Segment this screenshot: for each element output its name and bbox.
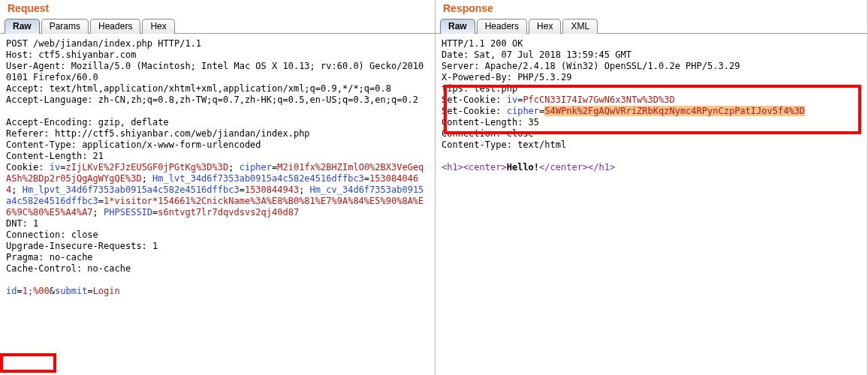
raw-line: Content-Type: text/html (442, 140, 861, 151)
raw-line: Referer: http://ctf5.shiyanbar.com/web/j… (6, 128, 429, 140)
tab-raw[interactable]: Raw (5, 19, 40, 34)
raw-line: Cookie: iv=zIjLKvE%2FJzEU5GF0jPGtKg%3D%3… (6, 162, 429, 218)
raw-line: id=1;%00&submit=Login (6, 286, 429, 297)
raw-line: X-Powered-By: PHP/5.3.29 (442, 72, 861, 83)
response-raw-content[interactable]: HTTP/1.1 200 OKDate: Sat, 07 Jul 2018 13… (436, 34, 867, 375)
tab-raw[interactable]: Raw (440, 19, 475, 34)
tab-hex[interactable]: Hex (142, 19, 174, 34)
raw-line: Content-Length: 21 (6, 151, 429, 162)
tab-xml[interactable]: XML (562, 19, 598, 34)
request-tabbar: RawParamsHeadersHex (0, 18, 435, 34)
raw-line: Accept: text/html,application/xhtml+xml,… (6, 83, 429, 94)
raw-line: Accept-Language: zh-CN,zh;q=0.8,zh-TW;q=… (6, 94, 429, 106)
raw-line: tips: test.php (442, 83, 861, 94)
raw-line: HTTP/1.1 200 OK (442, 38, 861, 50)
http-inspector: Request RawParamsHeadersHex POST /web/ji… (0, 0, 868, 375)
tab-headers[interactable]: Headers (477, 19, 527, 34)
raw-line: Upgrade-Insecure-Requests: 1 (6, 241, 429, 252)
raw-line: Connection: close (6, 230, 429, 241)
raw-line: Pragma: no-cache (6, 252, 429, 263)
tab-hex[interactable]: Hex (529, 19, 561, 34)
request-title: Request (0, 0, 435, 18)
raw-line: Set-Cookie: iv=PfcCN33I74Iw7GwN6x3NTw%3D… (442, 94, 861, 106)
raw-line: <h1><center>Hello!</center></h1> (442, 162, 861, 173)
response-title: Response (436, 0, 867, 18)
raw-line: Content-Length: 35 (442, 117, 861, 128)
raw-line: Date: Sat, 07 Jul 2018 13:59:45 GMT (442, 50, 861, 61)
raw-line: Host: ctf5.shiyanbar.com (6, 50, 429, 61)
raw-line: Accept-Encoding: gzip, deflate (6, 117, 429, 128)
raw-line (6, 274, 429, 286)
request-panel: Request RawParamsHeadersHex POST /web/ji… (0, 0, 436, 375)
raw-line: Server: Apache/2.4.18 (Win32) OpenSSL/1.… (442, 61, 861, 72)
raw-line: Content-Type: application/x-www-form-url… (6, 140, 429, 151)
tab-params[interactable]: Params (41, 19, 89, 34)
response-tabbar: RawHeadersHexXML (436, 18, 867, 34)
tab-headers[interactable]: Headers (90, 19, 140, 34)
raw-line: POST /web/jiandan/index.php HTTP/1.1 (6, 38, 429, 50)
raw-line (6, 106, 429, 117)
raw-line: Set-Cookie: cipher=S4WPnk%2FgAQwVRriZRbK… (442, 106, 861, 117)
raw-line: User-Agent: Mozilla/5.0 (Macintosh; Inte… (6, 61, 429, 83)
request-raw-content[interactable]: POST /web/jiandan/index.php HTTP/1.1Host… (0, 34, 435, 375)
raw-line (442, 151, 861, 162)
raw-line: Connection: close (442, 128, 861, 140)
raw-line: DNT: 1 (6, 218, 429, 230)
raw-line: Cache-Control: no-cache (6, 263, 429, 274)
response-panel: Response RawHeadersHexXML HTTP/1.1 200 O… (436, 0, 868, 375)
